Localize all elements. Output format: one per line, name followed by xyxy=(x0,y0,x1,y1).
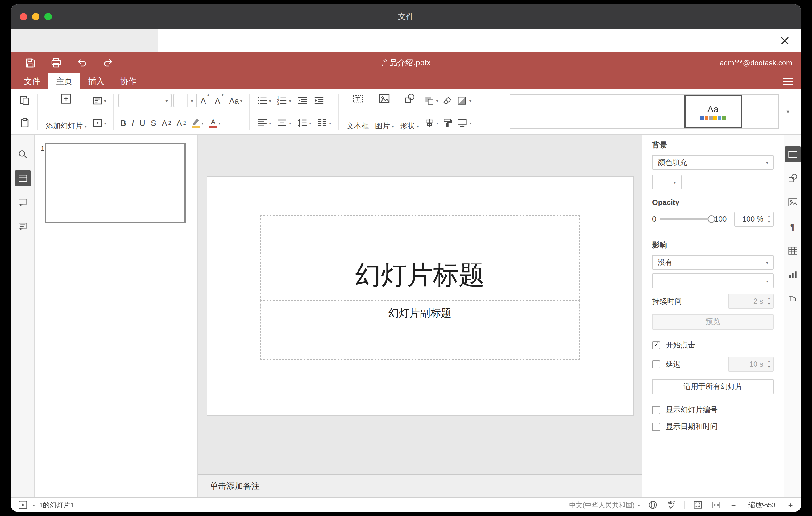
clear-style-button[interactable] xyxy=(440,93,455,109)
arrange-button[interactable]: ▾ xyxy=(422,93,440,109)
underline-button[interactable]: U xyxy=(138,115,147,131)
bold-button[interactable]: B xyxy=(118,115,128,131)
bullet-list-button[interactable]: ▾ xyxy=(255,93,273,109)
slide-settings-button[interactable] xyxy=(785,146,801,162)
search-button[interactable] xyxy=(14,146,31,162)
font-name-combo[interactable]: ▾ xyxy=(118,94,172,107)
feedback-button[interactable] xyxy=(14,219,31,234)
horizontal-align-button[interactable]: ▾ xyxy=(255,115,273,131)
font-increase-button[interactable]: A▴ xyxy=(199,93,211,109)
theme-tile[interactable] xyxy=(742,95,778,128)
left-rail xyxy=(11,135,34,497)
textart-settings-button[interactable]: Ta xyxy=(785,291,801,307)
add-slide-label: 添加幻灯片 xyxy=(46,121,83,131)
line-spacing-button[interactable]: ▾ xyxy=(295,115,313,131)
slider-knob[interactable] xyxy=(707,216,715,223)
spinner-arrows-icon[interactable]: ▴▾ xyxy=(765,212,773,226)
fill-type-select[interactable]: 颜色填充 ▾ xyxy=(652,155,774,170)
theme-tile[interactable] xyxy=(510,95,568,128)
language-select[interactable]: 中文(中华人民共和国) ▾ xyxy=(569,500,640,510)
image-settings-button[interactable] xyxy=(785,194,801,210)
tab-home[interactable]: 主页 xyxy=(48,74,80,89)
fit-width-button[interactable] xyxy=(711,499,722,511)
slide-size-button[interactable]: ▾ xyxy=(455,115,473,131)
themes-more-button[interactable]: ▾ xyxy=(781,92,795,132)
decrease-indent-button[interactable] xyxy=(295,93,310,109)
delay-input[interactable]: 10 s ▴▾ xyxy=(728,357,774,372)
toolbar: 添加幻灯片▾ ▾ ▾ ▾ xyxy=(11,89,801,135)
highlight-color-button[interactable]: ▾ xyxy=(190,115,205,131)
start-slideshow-button[interactable]: ▾ xyxy=(90,115,108,131)
comments-button[interactable] xyxy=(14,194,31,210)
preview-button[interactable]: 预览 xyxy=(652,314,774,329)
zoom-out-button[interactable]: − xyxy=(729,500,738,510)
subscript-button[interactable]: A2 xyxy=(175,115,187,131)
insert-shape-button[interactable]: 形状▾ xyxy=(397,92,422,132)
duration-input[interactable]: 2 s ▴▾ xyxy=(728,294,774,309)
change-case-button[interactable]: Aa▾ xyxy=(227,93,244,109)
superscript-button[interactable]: A2 xyxy=(160,115,173,131)
font-decrease-button[interactable]: A▾ xyxy=(213,93,225,109)
delay-checkbox[interactable] xyxy=(652,360,660,368)
notes-area[interactable]: 单击添加备注 xyxy=(198,474,642,497)
start-slideshow-status-button[interactable] xyxy=(17,499,28,511)
spellcheck-button[interactable]: ABC xyxy=(666,499,677,511)
tab-file[interactable]: 文件 xyxy=(16,74,48,89)
apply-to-all-button[interactable]: 适用于所有幻灯片 xyxy=(652,379,774,394)
slide-layout-button[interactable]: ▾ xyxy=(90,93,108,109)
tab-insert[interactable]: 插入 xyxy=(80,74,112,89)
document-language-button[interactable] xyxy=(647,499,658,511)
zoom-light-button[interactable] xyxy=(45,13,52,20)
undo-button[interactable] xyxy=(75,56,89,70)
numbered-list-button[interactable]: 123 ▾ xyxy=(275,93,293,109)
theme-tile[interactable] xyxy=(568,95,626,128)
effect-select[interactable]: 没有 ▾ xyxy=(652,255,774,270)
shape-fill-button[interactable]: ▾ xyxy=(455,93,473,109)
paragraph-settings-button[interactable]: ¶ xyxy=(785,219,801,234)
insert-image-button[interactable]: 图片▾ xyxy=(372,92,397,132)
textbox-button[interactable]: 文本框 xyxy=(344,92,372,132)
copy-button[interactable] xyxy=(17,93,32,109)
start-on-click-checkbox[interactable] xyxy=(652,341,660,349)
opacity-input[interactable]: 100 % ▴▾ xyxy=(734,212,774,227)
fit-slide-button[interactable] xyxy=(692,499,703,511)
close-button[interactable] xyxy=(778,33,792,48)
paste-button[interactable] xyxy=(17,115,32,131)
font-size-combo[interactable]: ▾ xyxy=(173,94,197,107)
fill-color-select[interactable]: ▾ xyxy=(652,175,682,190)
print-button[interactable] xyxy=(49,56,63,70)
redo-button[interactable] xyxy=(101,56,115,70)
title-placeholder[interactable]: 幻灯片标题 xyxy=(260,216,580,300)
zoom-in-button[interactable]: + xyxy=(786,500,795,510)
subtitle-placeholder[interactable]: 幻灯片副标题 xyxy=(260,300,580,360)
columns-button[interactable]: ▾ xyxy=(315,115,333,131)
increase-indent-button[interactable] xyxy=(312,93,326,109)
strikethrough-button[interactable]: S xyxy=(149,115,158,131)
tab-collaboration[interactable]: 协作 xyxy=(112,74,144,89)
spinner-arrows-icon[interactable]: ▴▾ xyxy=(765,294,773,308)
slide-thumbnail[interactable] xyxy=(45,143,186,224)
show-date-checkbox[interactable] xyxy=(652,423,660,431)
add-slide-button[interactable]: 添加幻灯片▾ xyxy=(42,92,90,132)
align-objects-button[interactable]: ▾ xyxy=(422,115,440,131)
minimize-light-button[interactable] xyxy=(32,13,39,20)
close-light-button[interactable] xyxy=(20,13,27,20)
theme-tile[interactable] xyxy=(626,95,684,128)
effect-type-select[interactable]: ▾ xyxy=(652,274,774,288)
chart-settings-button[interactable] xyxy=(785,267,801,283)
slides-panel-button[interactable] xyxy=(14,170,31,187)
save-button[interactable] xyxy=(24,56,37,70)
copy-style-button[interactable] xyxy=(440,115,455,131)
slide-canvas[interactable]: 幻灯片标题 幻灯片副标题 xyxy=(207,176,633,415)
show-slide-number-checkbox[interactable] xyxy=(652,406,660,414)
vertical-align-button[interactable]: ▾ xyxy=(275,115,293,131)
table-settings-button[interactable] xyxy=(785,242,801,259)
italic-button[interactable]: I xyxy=(130,115,136,131)
shape-settings-button[interactable] xyxy=(785,170,801,187)
theme-preview-label: Aa xyxy=(707,104,719,114)
spinner-arrows-icon[interactable]: ▴▾ xyxy=(765,357,773,371)
menu-button[interactable] xyxy=(780,75,796,88)
theme-tile-selected[interactable]: Aa xyxy=(684,95,742,128)
opacity-slider[interactable] xyxy=(659,219,711,220)
font-color-button[interactable]: A ▾ xyxy=(207,115,223,131)
